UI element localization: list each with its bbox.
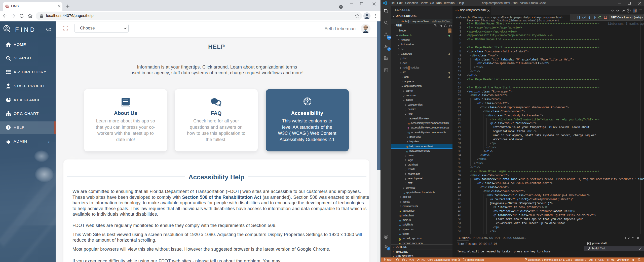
- svg-text:?: ?: [7, 126, 9, 129]
